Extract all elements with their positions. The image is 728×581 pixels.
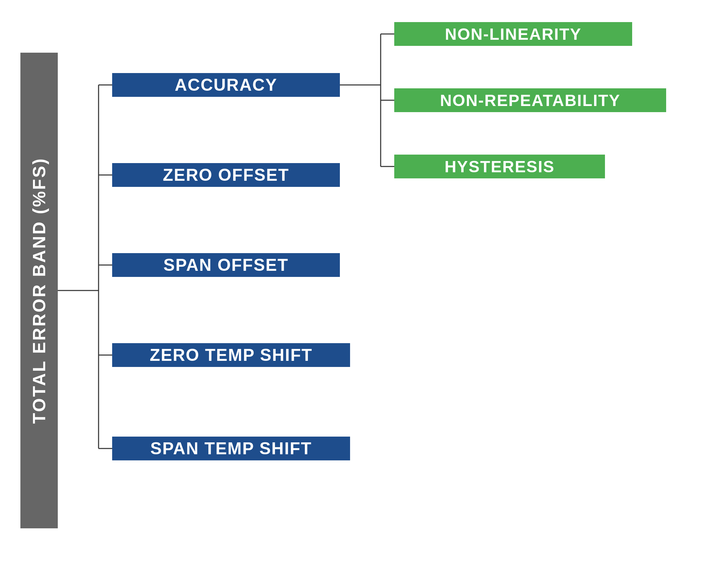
non-linearity-box: NON-LINEARITY (394, 22, 632, 46)
diagram-container: TOTAL ERROR BAND (%FS) ACCURACY ZERO OFF… (0, 0, 728, 581)
connector-lines (0, 0, 728, 581)
span-offset-box: SPAN OFFSET (112, 253, 340, 277)
zero-offset-box: ZERO OFFSET (112, 163, 340, 187)
hysteresis-box: HYSTERESIS (394, 155, 605, 178)
accuracy-box: ACCURACY (112, 73, 340, 97)
root-label: TOTAL ERROR BAND (%FS) (20, 53, 58, 528)
span-temp-shift-box: SPAN TEMP SHIFT (112, 437, 350, 460)
non-repeatability-box: NON-REPEATABILITY (394, 88, 666, 112)
zero-temp-shift-box: ZERO TEMP SHIFT (112, 343, 350, 367)
